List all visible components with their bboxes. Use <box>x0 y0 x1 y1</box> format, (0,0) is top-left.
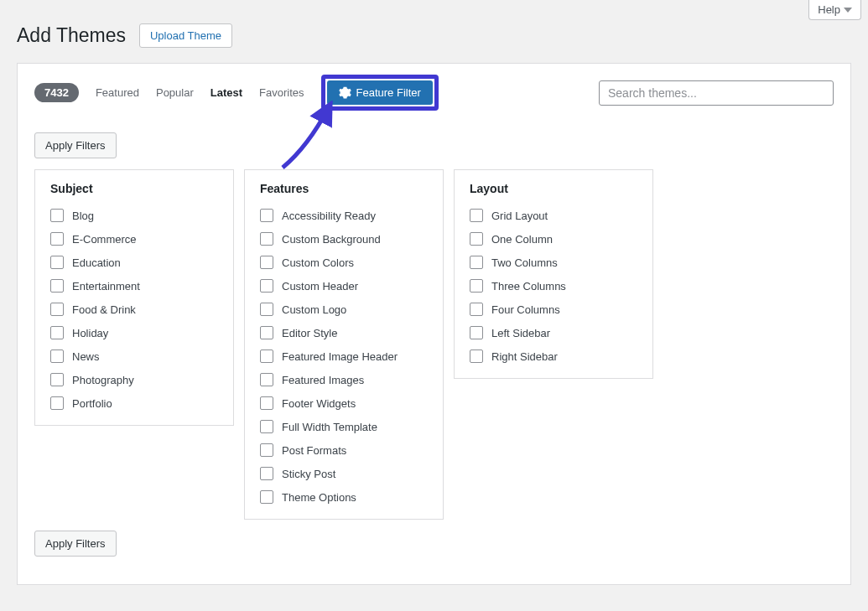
filter-item[interactable]: Portfolio <box>50 396 218 410</box>
filter-checkbox[interactable] <box>470 279 483 293</box>
filter-item-label: Custom Background <box>282 233 381 246</box>
filter-item[interactable]: News <box>50 350 218 363</box>
page-title: Add Themes <box>17 24 126 47</box>
filter-item[interactable]: Custom Logo <box>260 303 428 316</box>
filter-checkbox[interactable] <box>260 209 273 222</box>
filter-checkbox[interactable] <box>50 350 64 363</box>
feature-filter-button[interactable]: Feature Filter <box>327 80 433 105</box>
filter-checkbox[interactable] <box>470 209 483 222</box>
apply-filters-button-top[interactable]: Apply Filters <box>34 132 117 158</box>
filter-item-label: Four Columns <box>491 303 560 316</box>
apply-filters-button-bottom[interactable]: Apply Filters <box>34 531 117 557</box>
help-label: Help <box>818 3 840 16</box>
filter-item[interactable]: Photography <box>50 373 218 386</box>
filter-item-label: Entertainment <box>72 280 140 293</box>
filter-checkbox[interactable] <box>260 396 273 410</box>
filter-item[interactable]: Entertainment <box>50 279 218 293</box>
filter-checkbox[interactable] <box>260 279 273 293</box>
filter-checkbox[interactable] <box>50 232 64 246</box>
filter-group-subject: SubjectBlogE-CommerceEducationEntertainm… <box>34 169 234 426</box>
filter-item[interactable]: Theme Options <box>260 490 428 504</box>
filter-item-label: Two Columns <box>491 256 558 269</box>
filter-checkbox[interactable] <box>50 256 64 269</box>
filter-checkbox[interactable] <box>260 467 273 480</box>
filter-checkbox[interactable] <box>260 443 273 457</box>
filter-checkbox[interactable] <box>50 209 64 222</box>
filter-group-title: Layout <box>470 182 637 195</box>
filter-item-label: E-Commerce <box>72 233 137 246</box>
filter-checkbox[interactable] <box>260 303 273 316</box>
filter-item[interactable]: Custom Colors <box>260 256 428 269</box>
filter-item-label: Accessibility Ready <box>282 210 376 222</box>
filter-checkbox[interactable] <box>50 396 64 410</box>
filter-item[interactable]: Sticky Post <box>260 467 428 480</box>
filter-item[interactable]: Footer Widgets <box>260 396 428 410</box>
filter-group-title: Subject <box>50 182 218 195</box>
filter-item-label: Portfolio <box>72 397 112 410</box>
help-tab[interactable]: Help <box>808 0 861 20</box>
filter-item[interactable]: Featured Images <box>260 373 428 386</box>
tab-latest[interactable]: Latest <box>211 86 242 99</box>
filter-item-label: One Column <box>491 233 553 246</box>
filter-checkbox[interactable] <box>470 350 483 363</box>
upload-theme-button[interactable]: Upload Theme <box>139 23 232 48</box>
filter-item[interactable]: Education <box>50 256 218 269</box>
filter-checkbox[interactable] <box>50 373 64 386</box>
filter-checkbox[interactable] <box>50 279 64 293</box>
filter-item-label: News <box>72 350 100 363</box>
filter-checkbox[interactable] <box>470 256 483 269</box>
filter-item[interactable]: Right Sidebar <box>470 350 637 363</box>
filter-item[interactable]: Accessibility Ready <box>260 209 428 222</box>
filter-item-label: Editor Style <box>282 327 337 339</box>
filter-checkbox[interactable] <box>470 303 483 316</box>
filter-item[interactable]: Grid Layout <box>470 209 637 222</box>
filter-item-label: Custom Logo <box>282 303 346 316</box>
filter-item-label: Food & Drink <box>72 303 136 316</box>
filter-item[interactable]: Holiday <box>50 326 218 339</box>
filter-item[interactable]: Blog <box>50 209 218 222</box>
search-input[interactable] <box>599 80 834 106</box>
filter-item-label: Featured Image Header <box>282 350 398 363</box>
filter-item[interactable]: One Column <box>470 232 637 246</box>
filter-item[interactable]: Two Columns <box>470 256 637 269</box>
filter-item[interactable]: Custom Background <box>260 232 428 246</box>
filter-checkbox[interactable] <box>260 420 273 433</box>
filter-item-label: Theme Options <box>282 491 356 504</box>
filter-item[interactable]: Three Columns <box>470 279 637 293</box>
filter-checkbox[interactable] <box>260 490 273 504</box>
tab-featured[interactable]: Featured <box>96 86 139 99</box>
gear-icon <box>339 86 351 99</box>
filter-item[interactable]: Full Width Template <box>260 420 428 433</box>
filter-checkbox[interactable] <box>260 326 273 339</box>
filter-item[interactable]: Featured Image Header <box>260 350 428 363</box>
filter-item-label: Grid Layout <box>491 210 548 222</box>
theme-count-badge: 7432 <box>34 83 79 102</box>
filter-checkbox[interactable] <box>260 373 273 386</box>
filter-item[interactable]: E-Commerce <box>50 232 218 246</box>
filter-checkbox[interactable] <box>470 232 483 246</box>
filter-group-title: Features <box>260 182 428 195</box>
filter-item-label: Sticky Post <box>282 468 335 480</box>
filter-item-label: Three Columns <box>491 280 566 293</box>
filter-item[interactable]: Food & Drink <box>50 303 218 316</box>
filter-item[interactable]: Custom Header <box>260 279 428 293</box>
tab-popular[interactable]: Popular <box>156 86 194 99</box>
filter-item[interactable]: Left Sidebar <box>470 326 637 339</box>
filter-checkbox[interactable] <box>50 303 64 316</box>
filter-item-label: Featured Images <box>282 374 364 386</box>
filter-item-label: Right Sidebar <box>491 350 558 363</box>
filter-item-label: Holiday <box>72 327 108 339</box>
filter-checkbox[interactable] <box>260 256 273 269</box>
filter-item-label: Custom Header <box>282 280 358 293</box>
tab-favorites[interactable]: Favorites <box>259 86 304 99</box>
filter-checkbox[interactable] <box>50 326 64 339</box>
filter-checkbox[interactable] <box>470 326 483 339</box>
filter-item[interactable]: Editor Style <box>260 326 428 339</box>
filter-item[interactable]: Four Columns <box>470 303 637 316</box>
feature-filter-label: Feature Filter <box>356 86 421 99</box>
filter-item[interactable]: Post Formats <box>260 443 428 457</box>
filter-checkbox[interactable] <box>260 350 273 363</box>
filter-item-label: Education <box>72 256 121 269</box>
filter-item-label: Left Sidebar <box>491 327 550 339</box>
filter-checkbox[interactable] <box>260 232 273 246</box>
